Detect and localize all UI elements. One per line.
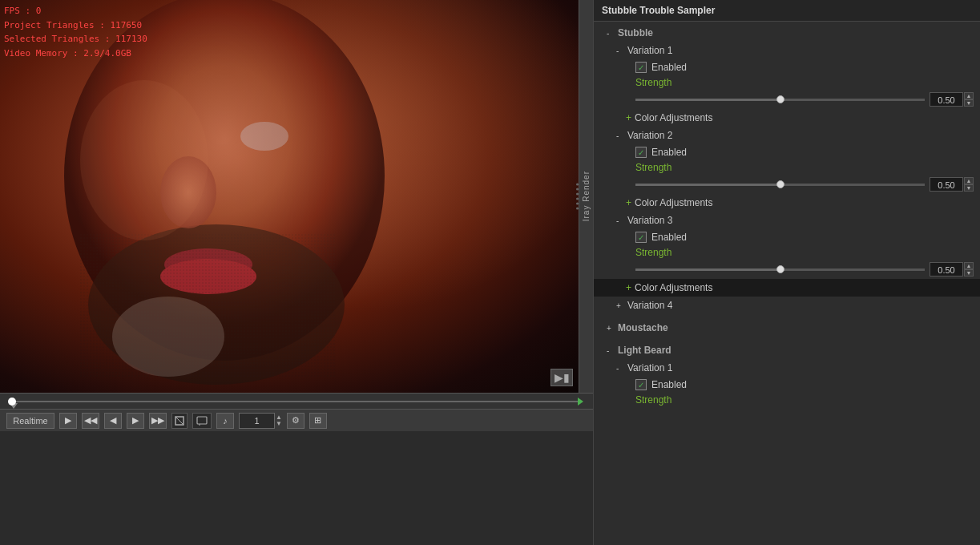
- variation-2-row[interactable]: - Variation 2: [594, 127, 980, 144]
- panel-header: Stubble Trouble Sampler: [594, 0, 980, 22]
- variation-4-row[interactable]: + Variation 4: [594, 297, 980, 314]
- var2-slider-track[interactable]: [635, 184, 925, 186]
- lb-var1-enabled-row: ✓ Enabled: [594, 377, 980, 393]
- realtime-button[interactable]: Realtime: [6, 413, 54, 429]
- var2-spin-down[interactable]: ▼: [964, 184, 974, 192]
- var1-spin-down[interactable]: ▼: [964, 99, 974, 107]
- var1-checkbox[interactable]: ✓: [635, 62, 647, 73]
- var3-expand-icon: -: [616, 216, 627, 225]
- variation-2-label: Variation 2: [627, 130, 672, 141]
- var1-enabled-row: ✓ Enabled: [594, 59, 980, 75]
- lb-variation-1-label: Variation 1: [627, 362, 672, 373]
- var3-slider-thumb[interactable]: [776, 265, 784, 273]
- var3-value: 0.50: [930, 262, 963, 277]
- var1-expand-icon: -: [616, 46, 627, 55]
- video-mem-display: Video Memory : 2.9/4.0GB: [4, 46, 147, 61]
- svg-point-8: [240, 122, 288, 151]
- var3-slider-track[interactable]: [635, 268, 925, 271]
- stubble-section: - Stubble - Variation 1 ✓ Enabled Streng…: [594, 22, 980, 317]
- lb-var1-checkbox[interactable]: ✓: [635, 379, 647, 390]
- comment-icon: [196, 415, 208, 426]
- var3-slider-fill: [635, 268, 780, 271]
- var2-color-adj-label: Color Adjustments: [635, 197, 712, 208]
- fps-display: FPS : 0: [4, 4, 147, 18]
- next-end-button[interactable]: ▶▶: [149, 413, 167, 429]
- var1-color-adj-row[interactable]: + Color Adjustments: [594, 109, 980, 127]
- timeline-end-marker: [578, 398, 583, 406]
- var2-slider-row: 0.50 ▲ ▼: [594, 175, 980, 194]
- lb-variation-1-row[interactable]: - Variation 1: [594, 359, 980, 377]
- var2-checkbox[interactable]: ✓: [635, 147, 647, 158]
- var1-color-adj-icon: +: [626, 112, 631, 123]
- var2-slider-thumb[interactable]: [776, 180, 784, 188]
- variation-3-group: - Variation 3 ✓ Enabled Strength 0.50: [594, 212, 980, 297]
- variation-1-row[interactable]: - Variation 1: [594, 42, 980, 59]
- light-beard-section-row[interactable]: - Light Beard: [594, 341, 980, 359]
- var3-color-adj-icon: +: [626, 282, 631, 293]
- hud-overlay: FPS : 0 Project Triangles : 117650 Selec…: [4, 4, 147, 60]
- iray-tab-label: Iray Render: [582, 171, 591, 221]
- var3-checkbox[interactable]: ✓: [635, 232, 647, 243]
- variation-4-group: + Variation 4: [594, 297, 980, 314]
- var2-value-box: 0.50 ▲ ▼: [930, 177, 974, 192]
- var3-spin-up[interactable]: ▲: [964, 262, 974, 269]
- var1-slider-track[interactable]: [635, 99, 925, 101]
- play-button[interactable]: ▶: [59, 413, 77, 429]
- var1-enabled-label: Enabled: [651, 62, 687, 73]
- prev-end-button[interactable]: ◀◀: [82, 413, 99, 429]
- var1-spinner: ▲ ▼: [964, 92, 974, 107]
- right-panel: Stubble Trouble Sampler - Stubble - Vari…: [593, 0, 980, 545]
- selected-tri-display: Selected Triangles : 117130: [4, 32, 147, 46]
- var3-enabled-row: ✓ Enabled: [594, 229, 980, 245]
- var2-color-adj-row[interactable]: + Color Adjustments: [594, 194, 980, 212]
- comment-indicator: [192, 413, 212, 429]
- grid-button[interactable]: ⊞: [309, 413, 327, 429]
- svg-point-9: [80, 80, 208, 240]
- variation-3-label: Variation 3: [627, 215, 672, 226]
- svg-line-11: [175, 417, 183, 425]
- var1-spin-up[interactable]: ▲: [964, 92, 974, 99]
- settings-button[interactable]: ⚙: [287, 413, 304, 429]
- prev-button[interactable]: ◀: [104, 413, 122, 429]
- var1-slider-fill: [635, 99, 780, 101]
- var4-expand-icon: +: [616, 301, 627, 310]
- viewport[interactable]: FPS : 0 Project Triangles : 117650 Selec…: [0, 0, 593, 393]
- timeline-playhead[interactable]: [8, 398, 16, 406]
- moustache-section: + Moustache: [594, 317, 980, 339]
- frame-spin-down[interactable]: ▼: [276, 421, 282, 427]
- variation-1-label: Variation 1: [627, 45, 672, 56]
- var2-spinner: ▲ ▼: [964, 177, 974, 192]
- panel-title: Stubble Trouble Sampler: [602, 5, 715, 16]
- var3-spin-down[interactable]: ▼: [964, 269, 974, 277]
- comment-button[interactable]: ▶▮: [550, 369, 573, 386]
- stubble-label: Stubble: [618, 27, 653, 38]
- timeline-track[interactable]: [12, 401, 581, 402]
- moustache-section-row[interactable]: + Moustache: [594, 319, 980, 337]
- variation-3-row[interactable]: - Variation 3: [594, 212, 980, 229]
- main-area: FPS : 0 Project Triangles : 117650 Selec…: [0, 0, 980, 545]
- moustache-label: Moustache: [618, 322, 668, 333]
- var1-slider-thumb[interactable]: [776, 95, 784, 103]
- lb-var1-expand-icon: -: [616, 364, 627, 373]
- next-button[interactable]: ▶: [127, 413, 144, 429]
- variation-1-group: - Variation 1 ✓ Enabled Strength 0.50: [594, 42, 980, 127]
- var2-enabled-row: ✓ Enabled: [594, 144, 980, 160]
- lb-var1-enabled-label: Enabled: [651, 379, 687, 390]
- frame-input[interactable]: [239, 413, 275, 429]
- audio-button[interactable]: ♪: [216, 413, 234, 429]
- var1-slider-row: 0.50 ▲ ▼: [594, 90, 980, 109]
- iray-render-tab[interactable]: Iray Render: [579, 0, 593, 393]
- var3-color-adj-label: Color Adjustments: [635, 282, 712, 293]
- var3-color-adj-row[interactable]: + Color Adjustments: [594, 279, 980, 297]
- variation-4-label: Variation 4: [627, 300, 672, 311]
- var2-spin-up[interactable]: ▲: [964, 177, 974, 184]
- var1-color-adj-label: Color Adjustments: [635, 112, 712, 123]
- var2-expand-icon: -: [616, 131, 627, 140]
- variation-2-group: - Variation 2 ✓ Enabled Strength 0.50: [594, 127, 980, 212]
- var1-value: 0.50: [930, 92, 963, 107]
- var1-strength-label: Strength: [594, 75, 980, 90]
- left-panel: FPS : 0 Project Triangles : 117650 Selec…: [0, 0, 593, 545]
- var3-slider-row: 0.50 ▲ ▼: [594, 260, 980, 279]
- stubble-section-row[interactable]: - Stubble: [594, 24, 980, 42]
- timeline[interactable]: [0, 393, 593, 409]
